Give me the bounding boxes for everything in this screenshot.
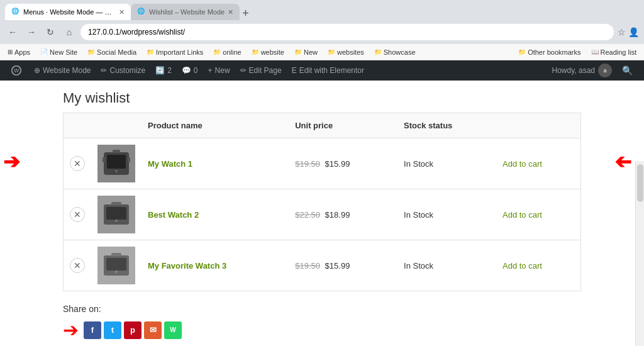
howdy-text: Howdy, asad: [552, 66, 595, 75]
bookmark-other-label: Other bookmarks: [528, 48, 580, 56]
tab-inactive[interactable]: 🌐 Wishlist – Website Mode ✕: [131, 4, 240, 20]
bookmark-reading[interactable]: 📖 Reading list: [589, 47, 639, 57]
social-icon: 📁: [87, 48, 95, 55]
share-pinterest[interactable]: p: [124, 321, 142, 339]
tab-title-1: Menus · Website Mode — Word…: [23, 8, 116, 16]
remove-button-2[interactable]: ✕: [70, 207, 85, 222]
customize-icon: ✏: [101, 66, 107, 75]
address-icons: ☆ 👤: [618, 27, 639, 37]
bookmark-online[interactable]: 📁 online: [211, 47, 243, 57]
tab-active[interactable]: 🌐 Menus · Website Mode — Word… ✕: [5, 4, 131, 20]
add-to-cart-3[interactable]: Add to cart: [502, 261, 542, 271]
svg-text:W: W: [14, 67, 19, 74]
scrollbar-thumb[interactable]: [637, 164, 643, 202]
tab-favicon-2: 🌐: [137, 8, 146, 16]
share-twitter[interactable]: t: [104, 321, 121, 339]
bookmark-website-label: website: [261, 48, 284, 56]
bookmark-websites[interactable]: 📁 websites: [325, 47, 367, 57]
price-old-2: $22.50: [295, 210, 320, 220]
remove-button-1[interactable]: ✕: [70, 156, 85, 171]
table-row: ✕: [64, 240, 581, 291]
website-icon: 📁: [252, 48, 259, 55]
new-bm-icon: 📁: [294, 48, 302, 55]
wp-admin-bar: W ⊕ Website Mode ✏ Customize 🔄 2 💬 0 + N…: [0, 60, 644, 81]
forward-button[interactable]: →: [24, 25, 39, 40]
share-whatsapp[interactable]: W: [164, 321, 182, 339]
share-facebook[interactable]: f: [84, 321, 101, 339]
page-title: My wishlist: [63, 81, 581, 113]
comments-count: 0: [194, 66, 198, 75]
bookmark-showcase-label: Showcase: [384, 48, 416, 56]
bookmark-social-label: Social Media: [97, 48, 136, 56]
home-button[interactable]: ⌂: [62, 25, 77, 40]
scrollbar[interactable]: [635, 161, 644, 346]
tab-favicon-1: 🌐: [11, 8, 20, 16]
admin-bar-new[interactable]: + New: [203, 60, 235, 81]
account-icon[interactable]: 👤: [628, 27, 639, 37]
wp-logo[interactable]: W: [6, 60, 26, 81]
tab-close-1[interactable]: ✕: [119, 8, 125, 16]
admin-search-icon[interactable]: 🔍: [617, 65, 638, 75]
bookmark-website[interactable]: 📁 website: [249, 47, 287, 57]
price-old-3: $19.50: [295, 261, 320, 271]
customize-label: Customize: [109, 66, 145, 75]
svg-point-13: [115, 220, 118, 222]
svg-rect-12: [111, 202, 121, 205]
bookmark-new-label: New: [304, 48, 318, 56]
star-icon[interactable]: ☆: [618, 27, 626, 37]
svg-point-6: [115, 170, 118, 172]
svg-rect-4: [107, 155, 126, 169]
updates-count: 2: [167, 66, 172, 75]
svg-rect-17: [111, 253, 121, 256]
user-avatar[interactable]: a: [598, 64, 612, 77]
bookmark-websites-label: websites: [337, 48, 364, 56]
share-email[interactable]: ✉: [144, 321, 162, 339]
address-input[interactable]: [80, 24, 614, 40]
apps-icon: ⊞: [8, 48, 13, 55]
col-action: [496, 113, 581, 138]
new-label: New: [215, 66, 230, 75]
elementor-icon: E: [292, 66, 297, 75]
add-to-cart-1[interactable]: Add to cart: [502, 159, 542, 169]
bookmark-social[interactable]: 📁 Social Media: [85, 47, 139, 57]
admin-bar-edit-page[interactable]: ✏ Edit Page: [235, 60, 287, 81]
tab-title-2: Wishlist – Website Mode: [149, 8, 225, 16]
page-content: My wishlist Product name Unit price Stoc…: [0, 81, 644, 346]
tab-close-2[interactable]: ✕: [228, 8, 233, 16]
admin-bar-comments[interactable]: 💬 0: [177, 60, 203, 81]
bookmark-apps-label: Apps: [14, 48, 30, 56]
product-image-2: [97, 196, 135, 233]
admin-bar-website-mode[interactable]: ⊕ Website Mode: [29, 60, 96, 81]
table-row: ✕: [64, 138, 581, 189]
reload-button[interactable]: ↻: [43, 25, 58, 40]
bookmark-apps[interactable]: ⊞ Apps: [5, 47, 33, 57]
remove-button-3[interactable]: ✕: [70, 258, 85, 273]
add-to-cart-2[interactable]: Add to cart: [502, 210, 542, 220]
admin-bar-elementor[interactable]: E Edit with Elementor: [287, 60, 369, 81]
product-link-1[interactable]: My Watch 1: [148, 159, 192, 169]
product-link-3[interactable]: My Favorite Watch 3: [148, 261, 226, 271]
new-tab-button[interactable]: +: [242, 7, 249, 20]
col-product-name: Product name: [142, 113, 289, 138]
comments-icon: 💬: [182, 66, 191, 75]
bookmark-important[interactable]: 📁 Important Links: [144, 47, 206, 57]
stock-status-2: In Stock: [404, 210, 433, 220]
bookmarks-bar: ⊞ Apps 📄 New Site 📁 Social Media 📁 Impor…: [0, 44, 644, 60]
bookmark-showcase[interactable]: 📁 Showcase: [372, 47, 418, 57]
bookmark-newsite[interactable]: 📄 New Site: [38, 47, 80, 57]
admin-bar-customize[interactable]: ✏ Customize: [96, 60, 150, 81]
reading-icon: 📖: [591, 48, 599, 55]
table-row: ✕: [64, 189, 581, 240]
bookmark-other[interactable]: 📁 Other bookmarks: [516, 47, 583, 57]
admin-bar-updates[interactable]: 🔄 2: [150, 60, 177, 81]
product-link-2[interactable]: Best Watch 2: [148, 210, 199, 220]
bookmark-new[interactable]: 📁 New: [292, 47, 320, 57]
howdy-section: Howdy, asad a: [547, 64, 617, 77]
share-arrow-icon: ➔: [63, 319, 79, 341]
back-button[interactable]: ←: [5, 25, 20, 40]
new-icon: +: [208, 66, 213, 75]
col-unit-price: Unit price: [289, 113, 397, 138]
updates-icon: 🔄: [155, 66, 165, 75]
newsite-icon: 📄: [40, 48, 48, 55]
svg-rect-7: [103, 157, 105, 162]
